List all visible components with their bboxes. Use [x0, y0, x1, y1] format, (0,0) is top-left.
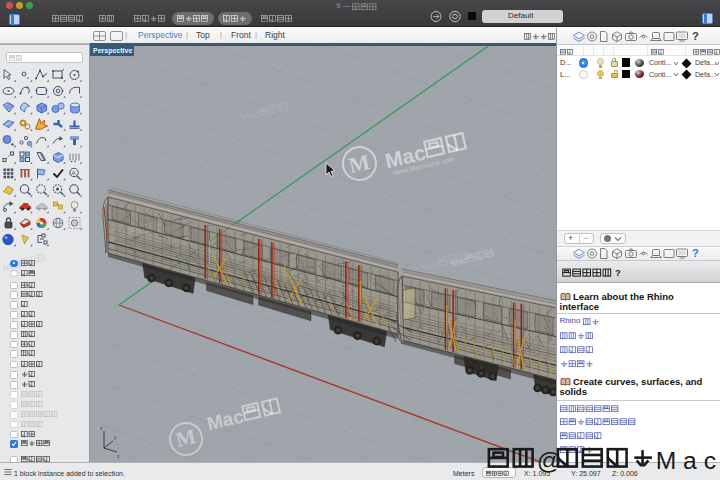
svg-text:M a c: M a c: [656, 446, 716, 473]
svg-text:Mac: Mac: [2, 260, 21, 274]
svg-text:A: A: [72, 170, 76, 176]
svg-text:y: y: [114, 434, 117, 440]
svg-text:x: x: [117, 453, 120, 459]
svg-text:z: z: [100, 425, 103, 431]
